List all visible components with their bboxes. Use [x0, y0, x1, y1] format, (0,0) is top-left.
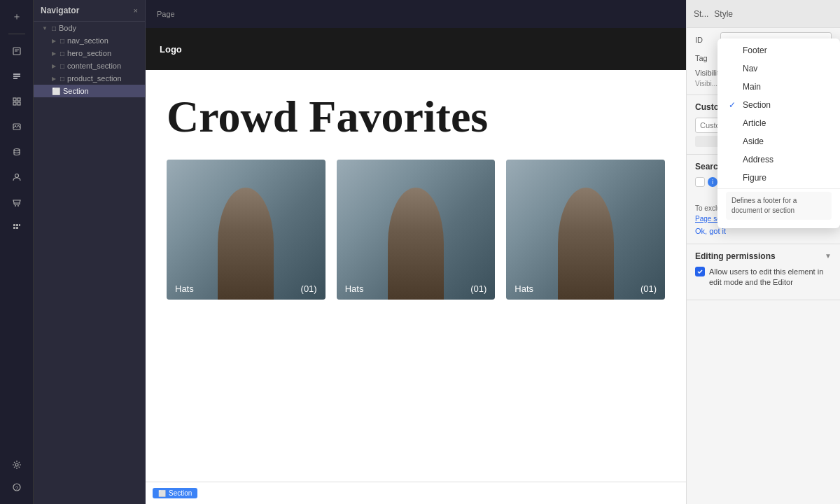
product-card-bg-1 [167, 160, 326, 300]
card-num-1: (01) [301, 284, 317, 294]
dropdown-item-article[interactable]: Article [718, 114, 840, 132]
svg-rect-9 [18, 102, 20, 105]
check-section: ✓ [729, 100, 737, 110]
svg-rect-16 [13, 224, 15, 226]
dropdown-item-footer[interactable]: Footer [718, 41, 840, 59]
dropdown-tooltip: Defines a footer for a document or secti… [726, 192, 832, 220]
editing-permissions-checkbox[interactable] [695, 267, 705, 276]
card-num-3: (01) [640, 284, 657, 294]
visibility-label2: Visibi... [695, 80, 718, 88]
tag-dropdown: Footer Nav Main ✓ Section Article Aside … [718, 38, 840, 228]
card-label-1: Hats [175, 284, 194, 294]
section-badge: ⬜ Section [153, 488, 197, 498]
product-card-3[interactable]: Hats (01) [506, 160, 665, 300]
product-grid: Hats (01) Hats (01) Hats [167, 160, 665, 300]
members-icon[interactable] [6, 166, 28, 188]
navigator-icon[interactable] [6, 65, 28, 88]
dropdown-separator [718, 188, 840, 189]
svg-point-21 [15, 463, 18, 466]
help-icon[interactable]: ? [6, 476, 28, 498]
crowd-favorites-heading: Crowd Favorites [167, 91, 665, 143]
right-panel-top: St... Style [687, 0, 840, 28]
dropdown-item-address[interactable]: Address [718, 150, 840, 169]
svg-point-12 [14, 149, 20, 151]
dark-header: Logo [146, 28, 686, 70]
tree-item-body[interactable]: ▼ □ Body [34, 22, 145, 34]
editing-permissions-title: Editing permissions [695, 251, 776, 261]
apps-icon[interactable] [6, 216, 28, 239]
dropdown-item-aside[interactable]: Aside [718, 132, 840, 150]
database-icon[interactable] [6, 141, 28, 163]
svg-rect-20 [16, 227, 18, 229]
tree-item-nav-section[interactable]: ▶ □ nav_section [34, 34, 145, 47]
navigator-header: Navigator × [34, 0, 145, 22]
tag-label: Tag [695, 54, 716, 62]
product-card-1[interactable]: Hats (01) [167, 160, 326, 300]
right-panel: St... Style ID Tag Visibility Visibi... … [686, 0, 840, 504]
dropdown-item-figure[interactable]: Figure [718, 169, 840, 187]
editing-permissions-checkbox-row: Allow users to edit this element in edit… [695, 267, 832, 288]
navigator-title: Navigator [41, 6, 130, 15]
svg-rect-19 [13, 227, 15, 229]
navigator-close-icon[interactable]: × [134, 6, 138, 15]
dropdown-item-nav[interactable]: Nav [718, 59, 840, 78]
canvas-area: Page Logo Crowd Favorites Hats (01) [146, 0, 686, 504]
tree-item-product-section[interactable]: ▶ □ product_section [34, 72, 145, 85]
editing-permissions-header: Editing permissions ▼ [695, 251, 832, 261]
svg-rect-18 [19, 224, 20, 226]
navigator-panel: Navigator × ▼ □ Body ▶ □ nav_section ▶ □… [34, 0, 146, 504]
person-silhouette-3 [558, 188, 614, 300]
editing-permissions-section: Editing permissions ▼ Allow users to edi… [687, 244, 840, 300]
add-icon[interactable]: ＋ [6, 6, 28, 28]
icon-bar: ＋ ? [0, 0, 34, 504]
breadcrumb: Page [157, 10, 175, 18]
svg-point-13 [15, 174, 18, 178]
svg-text:?: ? [15, 485, 18, 491]
dropdown-item-main[interactable]: Main [718, 78, 840, 96]
components-icon[interactable] [6, 90, 28, 113]
card-num-2: (01) [470, 284, 486, 294]
product-card-2[interactable]: Hats (01) [337, 160, 496, 300]
id-label: ID [695, 36, 716, 44]
canvas-top-bar: Page [146, 0, 686, 28]
card-label-2: Hats [345, 284, 364, 294]
pages-icon[interactable] [6, 40, 28, 62]
canvas-content[interactable]: Logo Crowd Favorites Hats (01) [146, 28, 686, 482]
images-icon[interactable] [6, 115, 28, 138]
tree-item-hero-section[interactable]: ▶ □ hero_section [34, 47, 145, 59]
svg-rect-17 [16, 224, 18, 226]
search-exclude-checkbox[interactable] [695, 177, 705, 187]
editing-permissions-label: Allow users to edit this element in edit… [709, 267, 832, 288]
canvas-bottom-bar: ⬜ Section [146, 482, 686, 504]
card-label-3: Hats [514, 284, 533, 294]
svg-rect-8 [13, 102, 16, 105]
svg-rect-7 [18, 98, 20, 101]
page-body: Crowd Favorites Hats (01) Hats [146, 70, 686, 482]
editing-permissions-chevron[interactable]: ▼ [825, 252, 832, 260]
panel-tab-style2[interactable]: Style [714, 9, 733, 19]
person-silhouette-1 [218, 188, 274, 300]
panel-tab-style[interactable]: St... [694, 9, 708, 19]
settings-icon[interactable] [6, 454, 28, 476]
search-info-icon: i [708, 177, 718, 187]
tree-item-section[interactable]: ⬜ Section [34, 85, 145, 97]
nav-title: Logo [160, 44, 182, 55]
svg-point-14 [15, 205, 16, 206]
person-silhouette-2 [388, 188, 444, 300]
svg-point-15 [18, 205, 19, 206]
product-card-bg-2 [337, 160, 496, 300]
product-card-bg-3 [506, 160, 665, 300]
svg-rect-6 [13, 98, 16, 101]
dropdown-item-section[interactable]: ✓ Section [718, 96, 840, 114]
store-icon[interactable] [6, 191, 28, 214]
page-content: Logo Crowd Favorites Hats (01) [146, 28, 686, 482]
tree-item-content-section[interactable]: ▶ □ content_section [34, 59, 145, 72]
